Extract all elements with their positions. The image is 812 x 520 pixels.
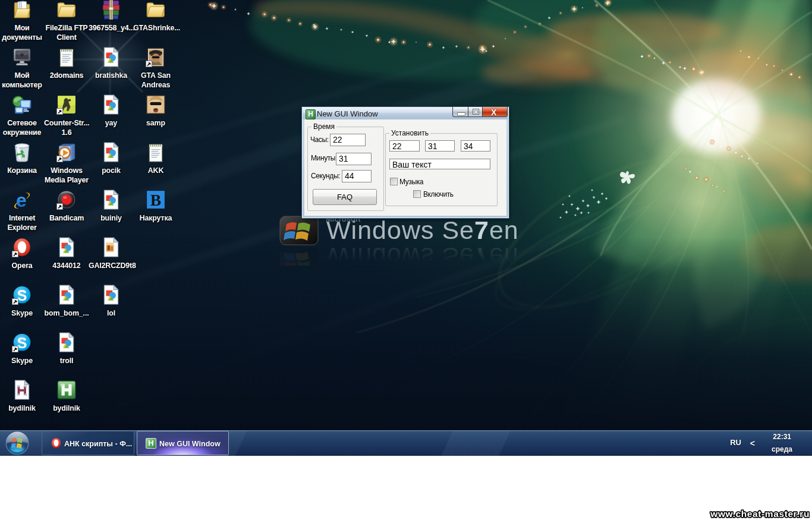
svg-text:www.cheat-master.ru: www.cheat-master.ru [710, 509, 810, 519]
